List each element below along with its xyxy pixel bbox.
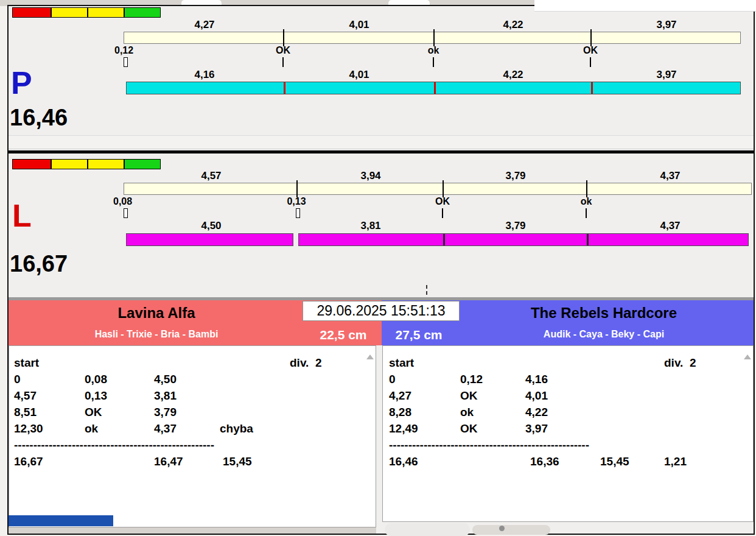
cell: 0,08: [85, 372, 107, 387]
check-label: 0,13: [272, 196, 321, 207]
cell: 0: [14, 372, 21, 387]
check-label: OK: [418, 196, 467, 207]
total-cell: 16,36: [530, 454, 559, 470]
plan-bar: [124, 32, 741, 44]
split-planned: 4,22: [481, 19, 545, 30]
split-actual: 3,79: [484, 220, 547, 231]
timing-window: 4,27 4,01 4,22 3,97 0,12 OK ok OK 4,16 4…: [7, 5, 755, 535]
lane-total-right: 16,46: [10, 106, 68, 129]
clock: 29.06.2025 15:51:13: [303, 301, 460, 321]
bar-tick: [433, 29, 435, 46]
separator: ----------------------------------------…: [389, 437, 589, 453]
results-header-row: start div. 2: [9, 355, 376, 371]
start-box-mark: [296, 208, 300, 218]
lane-total-left: 16,67: [10, 252, 68, 275]
result-row: 0 0,08 4,50: [9, 372, 376, 387]
total-cell: 15,45: [600, 454, 629, 470]
lane-letter-left: L: [12, 200, 32, 231]
bar-tick: [590, 29, 592, 46]
split-actual: 3,97: [635, 69, 698, 80]
bottom-strip: [9, 527, 376, 534]
separator: ----------------------------------------…: [14, 437, 214, 453]
team-left-results: start div. 2 0 0,08 4,50 4,57 0,13 3,81 …: [9, 345, 376, 527]
light-green-icon: [124, 7, 161, 18]
run-bar-left: [298, 233, 749, 246]
split-planned: 3,94: [339, 171, 402, 182]
cross-mark: [442, 208, 443, 218]
run-bar-right: [126, 82, 741, 94]
split-planned: 3,97: [635, 19, 698, 30]
plan-bar: [124, 183, 752, 195]
cell: chyba: [220, 421, 253, 437]
run-bar-left: [126, 233, 293, 246]
check-label: ok: [562, 196, 611, 207]
cell: OK: [460, 421, 478, 437]
cross-mark: [590, 57, 591, 67]
result-row: 4,57 0,13 3,81: [9, 388, 376, 404]
split-planned: 4,27: [173, 19, 236, 30]
bar-divider: [434, 82, 436, 94]
cell: 0,13: [85, 388, 107, 404]
empty-row: [9, 135, 754, 149]
light-yellow-icon: [51, 159, 88, 169]
bar-divider: [591, 82, 593, 94]
status-progress-bar: [9, 515, 113, 526]
split-planned: 3,79: [484, 171, 547, 182]
totals-row: 16,67 16,47 15,45: [9, 454, 376, 470]
team-right-results: start div. 2 0 0,12 4,16 4,27 OK 4,01 8,…: [382, 345, 754, 522]
cell: 4,37: [154, 421, 177, 437]
check-label: 0,08: [113, 196, 132, 207]
split-actual: 4,37: [639, 220, 702, 231]
total-cell: 16,47: [154, 454, 183, 470]
background-shape: [385, 523, 470, 536]
team-right-name: The Rebels Hardcore: [482, 305, 726, 322]
cell: OK: [85, 404, 102, 420]
separator-row: ----------------------------------------…: [383, 437, 753, 453]
cell: 3,79: [154, 404, 177, 420]
bar-tick: [296, 180, 298, 197]
bar-divider: [587, 234, 589, 245]
cell: 4,50: [154, 372, 177, 387]
start-label: start: [389, 355, 414, 371]
total-cell: 1,21: [664, 454, 687, 470]
background-dot: [499, 526, 505, 531]
cell: ok: [85, 421, 98, 437]
bar-tick: [586, 180, 587, 197]
results-header-row: start div. 2: [383, 355, 753, 371]
bar-tick: [443, 180, 444, 197]
team-right-dogs: Audik - Caya - Beky - Capi: [482, 329, 726, 340]
result-row: 0 0,12 4,16: [383, 372, 753, 387]
result-row: 8,28 ok 4,22: [383, 404, 753, 420]
cell: 3,81: [154, 388, 177, 404]
result-row: 4,27 OK 4,01: [383, 388, 753, 404]
cursor-tick: [426, 285, 427, 289]
cell: ok: [460, 404, 474, 420]
cross-mark: [433, 57, 434, 67]
cell: 12,49: [389, 421, 418, 437]
cell: 3,97: [525, 421, 548, 437]
lane-letter-right: P: [11, 67, 32, 99]
cell: 8,51: [14, 404, 37, 420]
split-actual: 4,22: [481, 69, 545, 80]
cross-mark: [282, 57, 284, 67]
background-shape: [472, 525, 550, 535]
start-label: start: [14, 355, 39, 371]
check-label: OK: [566, 45, 615, 56]
light-yellow-icon: [51, 7, 88, 18]
total-cell: 15,45: [223, 454, 252, 470]
cell: 12,30: [14, 421, 43, 437]
team-left-name: Lavina Alfa: [44, 305, 269, 322]
totals-row: 16,46 16,36 15,45 1,21: [383, 454, 753, 470]
cell: 4,22: [525, 404, 548, 420]
light-yellow-icon: [88, 159, 124, 169]
start-box-mark: [124, 208, 128, 218]
split-actual: 4,50: [180, 220, 243, 231]
cell: 0,12: [460, 372, 483, 387]
background-window-corner: [534, 0, 756, 12]
total-cell: 16,67: [14, 454, 43, 470]
split-actual: 4,16: [173, 69, 236, 80]
jump-height-left: 22,5 cm: [306, 328, 381, 342]
check-label: OK: [259, 45, 307, 56]
division-label: div. 2: [664, 355, 696, 371]
separator-row: ----------------------------------------…: [9, 437, 376, 453]
